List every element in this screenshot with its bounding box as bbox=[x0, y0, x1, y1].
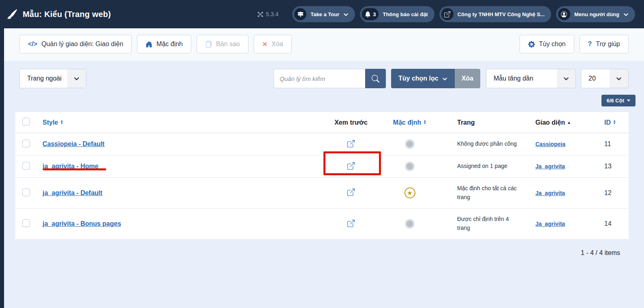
user-menu-button[interactable]: Menu người dùng bbox=[556, 6, 635, 22]
search-input[interactable] bbox=[274, 69, 365, 88]
code-icon: </> bbox=[28, 40, 37, 48]
help-button[interactable]: ? Trợ giúp bbox=[580, 35, 629, 53]
sort-order-value: Mẫu tăng dần bbox=[486, 75, 539, 82]
duplicate-label: Bản sao bbox=[216, 40, 240, 48]
default-toggle[interactable] bbox=[405, 219, 415, 229]
bell-icon: 3 bbox=[362, 8, 379, 20]
take-a-tour-label: Take a Tour bbox=[310, 11, 339, 17]
sort-by-default[interactable]: Mặc định▲▼ bbox=[393, 119, 426, 126]
list-limit-value: 20 bbox=[581, 75, 601, 82]
question-icon: ? bbox=[588, 40, 592, 48]
gear-icon bbox=[528, 41, 535, 48]
style-id: 14 bbox=[604, 220, 612, 227]
style-id: 12 bbox=[604, 189, 612, 196]
manage-templates-label: Quản lý giao diện: Giao diện bbox=[41, 40, 123, 48]
table-row: ja_agrivita - Bonus pages Được chỉ định … bbox=[15, 208, 629, 239]
site-preview-button[interactable]: Công ty TNHH MTV Công Nghệ S... bbox=[439, 6, 551, 22]
select-all-checkbox[interactable] bbox=[22, 118, 30, 125]
page-title-group: Mẫu: Kiểu (Trang web) bbox=[7, 9, 111, 19]
chevron-down-icon bbox=[343, 12, 349, 17]
chevron-down-icon bbox=[67, 69, 86, 88]
home-icon bbox=[145, 41, 152, 48]
default-star-toggle[interactable] bbox=[404, 187, 415, 198]
default-toggle[interactable] bbox=[405, 139, 415, 149]
annotation-red-underline bbox=[43, 168, 106, 170]
template-link[interactable]: Cassiopeia bbox=[535, 141, 565, 147]
row-checkbox[interactable] bbox=[22, 162, 30, 170]
styles-table: Style▲▼ Xem trước Mặc định▲▼ Trang Giao … bbox=[15, 112, 629, 240]
chevron-down-icon bbox=[442, 76, 447, 81]
version-label: 5.3.4 bbox=[266, 11, 278, 17]
page-title: Mẫu: Kiểu (Trang web) bbox=[23, 10, 111, 19]
site-filter-select[interactable]: Trang ngoài bbox=[19, 69, 86, 88]
header-pages: Trang bbox=[457, 119, 475, 126]
help-label: Trợ giúp bbox=[596, 40, 620, 48]
user-icon bbox=[558, 8, 570, 20]
sort-by-style[interactable]: Style▲▼ bbox=[43, 119, 63, 126]
preview-external-link-icon[interactable] bbox=[347, 140, 355, 147]
signpost-icon bbox=[294, 8, 306, 20]
pagination-counter: 1 - 4 / 4 items bbox=[0, 249, 620, 257]
make-default-button[interactable]: Mặc định bbox=[137, 35, 191, 53]
chevron-down-icon bbox=[623, 12, 629, 17]
sidebar-edge[interactable] bbox=[0, 28, 4, 308]
table-row: ja_agrivita - Default Mặc định cho tất c… bbox=[15, 178, 629, 208]
delete-button[interactable]: ✕ Xóa bbox=[254, 35, 292, 53]
toolbar: </> Quản lý giao diện: Giao diện Mặc địn… bbox=[4, 28, 644, 61]
pages-assignment: Không được phân công bbox=[457, 140, 519, 149]
columns-toggle-label: 6/6 Cột bbox=[607, 98, 624, 104]
default-toggle[interactable] bbox=[405, 161, 415, 171]
admin-header: Mẫu: Kiểu (Trang web) 5.3.4 Take a Tour … bbox=[0, 0, 644, 28]
caret-down-icon bbox=[627, 100, 630, 102]
annotation-red-box bbox=[323, 151, 381, 175]
make-default-label: Mặc định bbox=[156, 40, 183, 48]
options-button[interactable]: Tùy chọn bbox=[520, 35, 574, 53]
pages-assignment: Mặc định cho tất cả các trang bbox=[457, 184, 519, 202]
preview-external-link-icon[interactable] bbox=[347, 220, 355, 227]
row-checkbox[interactable] bbox=[22, 140, 30, 147]
filter-options-label: Tùy chọn lọc bbox=[398, 75, 439, 82]
post-installation-messages-button[interactable]: 3 Thông báo cài đặt bbox=[360, 6, 434, 22]
list-limit-select[interactable]: 20 bbox=[581, 69, 629, 88]
manage-templates-button[interactable]: </> Quản lý giao diện: Giao diện bbox=[19, 35, 132, 53]
duplicate-button[interactable]: Bản sao bbox=[197, 35, 248, 53]
pages-assignment: Assigned on 1 page bbox=[457, 162, 519, 171]
sort-by-id[interactable]: ID▲▼ bbox=[604, 119, 616, 126]
sort-order-select[interactable]: Mẫu tăng dần bbox=[486, 69, 576, 88]
joomla-version: 5.3.4 bbox=[257, 11, 278, 17]
preview-external-link-icon[interactable] bbox=[347, 189, 355, 196]
options-label: Tùy chọn bbox=[539, 40, 566, 48]
pages-assignment: Được chỉ định trên 4 trang bbox=[457, 215, 519, 232]
notification-count-badge: 3 bbox=[373, 11, 376, 17]
row-checkbox[interactable] bbox=[22, 189, 30, 196]
row-checkbox[interactable] bbox=[22, 219, 30, 227]
chevron-down-icon bbox=[610, 69, 628, 88]
style-link[interactable]: ja_agrivita - Default bbox=[43, 189, 103, 196]
table-row: ja_agrivita - Home Assigned on 1 page Ja… bbox=[15, 155, 629, 178]
style-link[interactable]: Cassiopeia - Default bbox=[43, 140, 105, 147]
header-preview: Xem trước bbox=[334, 119, 368, 126]
filter-options-button[interactable]: Tùy chọn lọc bbox=[391, 69, 455, 88]
clear-filters-button[interactable]: Xóa bbox=[455, 69, 480, 88]
style-link[interactable]: ja_agrivita - Bonus pages bbox=[43, 220, 121, 227]
sort-by-template[interactable]: Giao diện▲ bbox=[535, 119, 571, 126]
user-menu-label: Menu người dùng bbox=[574, 11, 619, 17]
delete-label: Xóa bbox=[272, 40, 283, 48]
take-a-tour-button[interactable]: Take a Tour bbox=[292, 6, 355, 22]
style-id: 13 bbox=[604, 163, 612, 170]
x-icon: ✕ bbox=[262, 40, 267, 48]
template-link[interactable]: Ja_agrivita bbox=[535, 190, 565, 196]
template-link[interactable]: Ja_agrivita bbox=[535, 221, 565, 227]
site-name-label: Công ty TNHH MTV Công Nghệ S... bbox=[458, 11, 545, 17]
brush-icon bbox=[7, 9, 17, 19]
site-filter-value: Trang ngoài bbox=[20, 75, 67, 82]
template-link[interactable]: Ja_agrivita bbox=[535, 163, 565, 170]
search-icon bbox=[372, 75, 379, 83]
chevron-down-icon bbox=[557, 69, 576, 88]
filter-bar: Trang ngoài Tùy chọn lọc Xóa Mẫu tăng dầ… bbox=[19, 69, 629, 88]
columns-toggle-button[interactable]: 6/6 Cột bbox=[601, 95, 635, 106]
style-id: 11 bbox=[604, 140, 611, 147]
table-row: Cassiopeia - Default Không được phân côn… bbox=[15, 133, 629, 155]
joomla-logo-icon bbox=[257, 11, 263, 17]
search-button[interactable] bbox=[365, 69, 386, 88]
